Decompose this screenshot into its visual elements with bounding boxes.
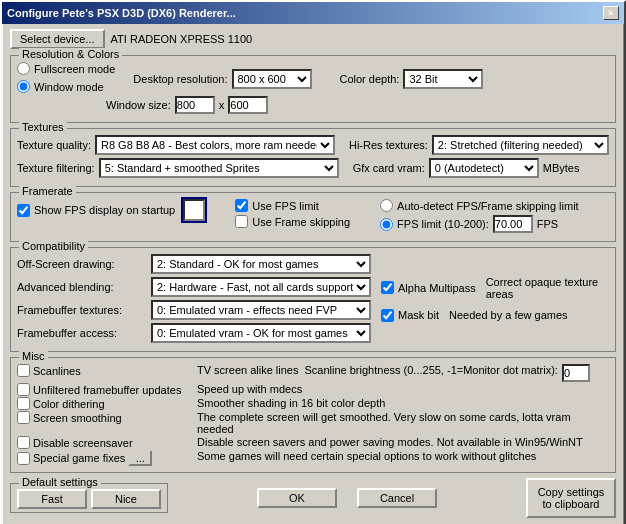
unfiltered-label: Unfiltered framebuffer updates <box>33 384 181 396</box>
fps-limit-input[interactable] <box>493 215 533 233</box>
fb-tex-label: Framebuffer textures: <box>17 304 147 316</box>
scanlines-label: Scanlines <box>33 365 81 377</box>
textures-content: Texture quality: R8 G8 B8 A8 - Best colo… <box>17 135 609 178</box>
resolution-group-label: Resolution & Colors <box>19 48 122 60</box>
gfx-select[interactable]: 0 (Autodetect) <box>429 158 539 178</box>
screen-smooth-checkbox[interactable] <box>17 411 30 424</box>
fullscreen-radio[interactable] <box>17 62 30 75</box>
framerate-left: Show FPS display on startup <box>17 199 205 224</box>
resolution-content: Fullscreen mode Window mode Desktop reso… <box>17 62 609 114</box>
framerate-content: Show FPS display on startup Use FPS limi… <box>17 199 609 236</box>
title-bar-controls: ✕ <box>603 6 619 20</box>
use-frame-skip-label: Use Frame skipping <box>252 216 350 228</box>
cancel-button[interactable]: Cancel <box>357 488 437 508</box>
desktop-res-select[interactable]: 800 x 600 <box>232 69 312 89</box>
alpha-desc: Correct opaque texture areas <box>486 276 609 300</box>
textures-group: Textures Texture quality: R8 G8 B8 A8 - … <box>10 128 616 187</box>
nice-button[interactable]: Nice <box>91 489 161 509</box>
fps-unit: FPS <box>537 218 558 230</box>
compatibility-group: Compatibility Off-Screen drawing: 2: Sta… <box>10 247 616 352</box>
bottom-center-buttons: OK Cancel <box>257 488 437 508</box>
ok-button[interactable]: OK <box>257 488 337 508</box>
disable-ss-desc: Disable screen savers and power saving m… <box>197 436 609 448</box>
desktop-res-label: Desktop resolution: <box>133 73 227 85</box>
fps-limit-label: FPS limit (10-200): <box>397 218 489 230</box>
compat-right: Alpha Multipass Correct opaque texture a… <box>381 254 609 346</box>
framerate-inner: Show FPS display on startup Use FPS limi… <box>17 199 609 236</box>
quality-label: Texture quality: <box>17 139 91 151</box>
advanced-label: Advanced blending: <box>17 281 147 293</box>
window-size-x-input[interactable] <box>175 96 215 114</box>
texture-quality-row: Texture quality: R8 G8 B8 A8 - Best colo… <box>17 135 609 155</box>
content-area: Select device... ATI RADEON XPRESS 1100 … <box>2 24 624 524</box>
show-fps-label: Show FPS display on startup <box>34 204 175 216</box>
use-fps-limit-checkbox[interactable] <box>235 199 248 212</box>
color-dither-checkbox[interactable] <box>17 397 30 410</box>
quality-select[interactable]: R8 G8 B8 A8 - Best colors, more ram need… <box>95 135 335 155</box>
mask-desc: Needed by a few games <box>449 309 568 321</box>
use-fps-limit-label: Use FPS limit <box>252 200 319 212</box>
x-separator: x <box>219 99 225 111</box>
disable-ss-checkbox[interactable] <box>17 436 30 449</box>
brightness-label: Scanline brightness (0...255, -1=Monitor… <box>305 364 558 376</box>
disable-ss-label: Disable screensaver <box>33 437 133 449</box>
offscreen-label: Off-Screen drawing: <box>17 258 147 270</box>
compat-group-label: Compatibility <box>19 240 88 252</box>
use-frame-skip-checkbox[interactable] <box>235 215 248 228</box>
fb-acc-select[interactable]: 0: Emulated vram - OK for most games <box>151 323 371 343</box>
screen-smooth-check: Screen smoothing <box>17 411 197 424</box>
show-fps-checkbox[interactable] <box>17 204 30 217</box>
fast-button[interactable]: Fast <box>17 489 87 509</box>
fps-limit-row: FPS limit (10-200): FPS <box>380 215 579 233</box>
device-row: Select device... ATI RADEON XPRESS 1100 <box>10 29 616 49</box>
scanlines-checkbox[interactable] <box>17 364 30 377</box>
fb-tex-row: Framebuffer textures: 0: Emulated vram -… <box>17 300 371 320</box>
advanced-row: Advanced blending: 2: Hardware - Fast, n… <box>17 277 371 297</box>
filtering-select[interactable]: 5: Standard + smoothed Sprites <box>99 158 339 178</box>
copy-settings-button[interactable]: Copy settings to clipboard <box>526 478 616 518</box>
offscreen-select[interactable]: 2: Standard - OK for most games <box>151 254 371 274</box>
use-frame-skip-row: Use Frame skipping <box>235 215 350 228</box>
alpha-checkbox[interactable] <box>381 281 394 294</box>
special-fixes-button[interactable]: ... <box>128 450 152 466</box>
scanlines-desc: TV screen alike lines <box>197 364 299 376</box>
unfiltered-desc: Speed up with mdecs <box>197 383 609 395</box>
special-fixes-checkbox[interactable] <box>17 452 30 465</box>
advanced-select[interactable]: 2: Hardware - Fast, not all cards suppor… <box>151 277 371 297</box>
color-dither-row: Color dithering Smoother shading in 16 b… <box>17 397 609 410</box>
hires-label: Hi-Res textures: <box>349 139 428 151</box>
special-fixes-desc: Some games will need certain special opt… <box>197 450 609 462</box>
defaults-group: Default settings Fast Nice <box>10 483 168 513</box>
color-depth-label: Color depth: <box>340 73 400 85</box>
show-fps-row: Show FPS display on startup <box>17 199 205 221</box>
fullscreen-label: Fullscreen mode <box>34 63 115 75</box>
fps-limit-radio[interactable] <box>380 218 393 231</box>
window-radio[interactable] <box>17 80 30 93</box>
mbytes-label: MBytes <box>543 162 580 174</box>
fb-tex-select[interactable]: 0: Emulated vram - effects need FVP <box>151 300 371 320</box>
auto-detect-row: Auto-detect FPS/Frame skipping limit <box>380 199 579 212</box>
color-dither-check: Color dithering <box>17 397 197 410</box>
color-depth-select[interactable]: 32 Bit <box>403 69 483 89</box>
framerate-middle: Use FPS limit Use Frame skipping <box>235 199 350 231</box>
special-fixes-label: Special game fixes <box>33 452 125 464</box>
offscreen-row: Off-Screen drawing: 2: Standard - OK for… <box>17 254 371 274</box>
fb-acc-label: Framebuffer access: <box>17 327 147 339</box>
mask-checkbox[interactable] <box>381 309 394 322</box>
framerate-right: Auto-detect FPS/Frame skipping limit FPS… <box>380 199 579 236</box>
hires-select[interactable]: 2: Stretched (filtering needed) <box>432 135 609 155</box>
select-device-button[interactable]: Select device... <box>10 29 105 49</box>
window-size-y-input[interactable] <box>228 96 268 114</box>
brightness-input[interactable] <box>562 364 590 382</box>
framerate-group-label: Framerate <box>19 185 76 197</box>
fb-acc-row: Framebuffer access: 0: Emulated vram - O… <box>17 323 371 343</box>
window-title: Configure Pete's PSX D3D (DX6) Renderer.… <box>7 7 236 19</box>
misc-content: Scanlines TV screen alike lines Scanline… <box>17 364 609 466</box>
window-label: Window mode <box>34 81 104 93</box>
close-button[interactable]: ✕ <box>603 6 619 20</box>
device-name: ATI RADEON XPRESS 1100 <box>111 33 253 45</box>
compat-content: Off-Screen drawing: 2: Standard - OK for… <box>17 254 609 346</box>
auto-detect-radio[interactable] <box>380 199 393 212</box>
title-bar: Configure Pete's PSX D3D (DX6) Renderer.… <box>2 2 624 24</box>
unfiltered-checkbox[interactable] <box>17 383 30 396</box>
